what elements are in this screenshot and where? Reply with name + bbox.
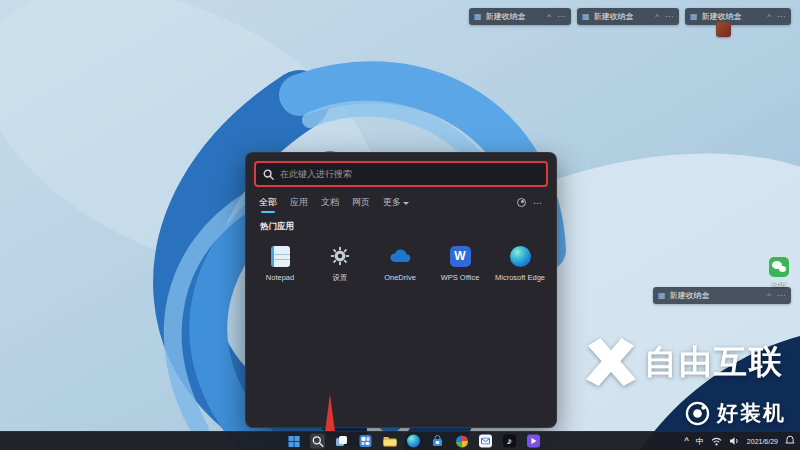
storage-box-icon: ▦: [582, 13, 590, 21]
app-label: 设置: [333, 273, 348, 283]
ime-indicator[interactable]: 中: [696, 436, 704, 447]
edge-button[interactable]: [406, 434, 421, 449]
search-icon: [263, 169, 274, 180]
app-label: WPS Office: [441, 273, 480, 282]
storage-box-title: 新建收纳盒: [670, 290, 763, 301]
storage-box-bar[interactable]: ▦ 新建收纳盒 ^ ⋯: [577, 8, 679, 25]
store-button[interactable]: [430, 434, 445, 449]
more-icon[interactable]: ⋯: [776, 13, 786, 21]
collapse-icon[interactable]: ^: [654, 13, 660, 21]
app-label: OneDrive: [384, 273, 416, 282]
x-logo-icon: [586, 338, 636, 386]
storage-box-icon: ▦: [474, 13, 482, 21]
system-tray: ^ 中 2021/6/29: [684, 432, 795, 450]
task-view-icon: [335, 435, 348, 448]
app-tile-edge[interactable]: Microsoft Edge: [490, 239, 550, 289]
collapse-icon[interactable]: ^: [546, 13, 552, 21]
mail-button[interactable]: [478, 434, 493, 449]
notification-bell-icon[interactable]: [785, 432, 795, 450]
store-icon: [431, 435, 444, 448]
widgets-button[interactable]: [358, 434, 373, 449]
tiktok-icon: ♪: [503, 435, 516, 448]
watermark-haozhuangji: 好装机: [685, 399, 786, 427]
storage-box-icon: ▦: [690, 13, 698, 21]
tab-more[interactable]: 更多: [383, 196, 409, 209]
collapse-icon[interactable]: ^: [766, 292, 772, 300]
storage-box-icon: ▦: [658, 292, 666, 300]
annotation-arrow: [322, 394, 338, 432]
edge-icon: [510, 246, 531, 267]
app-tile-notepad[interactable]: Notepad: [250, 239, 310, 289]
search-box-highlighted[interactable]: [254, 161, 548, 187]
tiktok-button[interactable]: ♪: [502, 434, 517, 449]
app-shortcut-icon[interactable]: [716, 22, 731, 37]
user-avatar-icon[interactable]: [517, 198, 526, 207]
collapse-icon[interactable]: ^: [766, 13, 772, 21]
tab-more-label: 更多: [383, 196, 401, 209]
watermark-text: 好装机: [717, 399, 786, 427]
search-panel: 全部 应用 文档 网页 更多 ⋯ 热门应用 Notepad: [245, 152, 557, 428]
storage-box-bar[interactable]: ▦ 新建收纳盒 ^ ⋯: [685, 8, 791, 25]
desktop-shortcut-label: 微信: [760, 279, 798, 289]
haozhuangji-logo-icon: [685, 401, 710, 426]
desktop-shortcut[interactable]: 微信: [760, 257, 798, 289]
tab-all[interactable]: 全部: [259, 196, 277, 209]
storage-box-title: 新建收纳盒: [702, 11, 763, 22]
notepad-icon: [271, 246, 290, 267]
chevron-down-icon: [403, 202, 409, 205]
task-view-button[interactable]: [334, 434, 349, 449]
start-button[interactable]: [286, 434, 301, 449]
app-tile-onedrive[interactable]: OneDrive: [370, 239, 430, 289]
widgets-icon: [359, 435, 372, 448]
clock-date[interactable]: 2021/6/29: [747, 438, 778, 445]
app-tile-wps-office[interactable]: W WPS Office: [430, 239, 490, 289]
file-explorer-icon: [383, 435, 397, 447]
tab-web[interactable]: 网页: [352, 196, 370, 209]
app-label: Microsoft Edge: [495, 273, 545, 282]
photos-icon: [456, 435, 468, 447]
file-explorer-button[interactable]: [382, 434, 397, 449]
app-label: Notepad: [266, 273, 294, 282]
mail-icon: [479, 435, 492, 448]
storage-box-bar[interactable]: ▦ 新建收纳盒 ^ ⋯: [653, 287, 791, 304]
more-icon[interactable]: ⋯: [776, 292, 786, 300]
photos-button[interactable]: [454, 434, 469, 449]
taskbar-pinned-icons: ♪: [286, 434, 541, 449]
windows-logo-icon: [288, 435, 300, 447]
storage-box-bar[interactable]: ▦ 新建收纳盒 ^ ⋯: [469, 8, 571, 25]
app-tile-settings[interactable]: 设置: [310, 239, 370, 289]
more-icon[interactable]: ⋯: [556, 13, 566, 21]
options-icon[interactable]: ⋯: [533, 198, 543, 208]
taskbar-search-button[interactable]: [310, 434, 325, 449]
storage-box-title: 新建收纳盒: [486, 11, 543, 22]
tab-documents[interactable]: 文档: [321, 196, 339, 209]
tab-apps[interactable]: 应用: [290, 196, 308, 209]
wps-office-icon: W: [450, 246, 471, 267]
onedrive-icon: [389, 245, 411, 267]
search-input[interactable]: [280, 169, 539, 179]
section-title-top-apps: 热门应用: [246, 209, 556, 237]
watermark-ziyouhulian: 自由互联: [586, 338, 784, 386]
volume-icon[interactable]: [729, 432, 740, 450]
edge-icon: [407, 435, 420, 448]
hidden-icons-chevron-icon[interactable]: ^: [684, 437, 689, 445]
search-tabs: 全部 应用 文档 网页 更多 ⋯: [246, 187, 556, 209]
video-app-icon: [527, 435, 540, 448]
top-apps-grid: Notepad: [246, 237, 556, 289]
desktop: ▦ 新建收纳盒 ^ ⋯ ▦ 新建收纳盒 ^ ⋯ ▦ 新建收纳盒 ^ ⋯ ▦ 新建…: [0, 0, 800, 450]
network-icon[interactable]: [711, 432, 722, 450]
watermark-text: 自由互联: [644, 340, 784, 385]
wechat-icon: [769, 257, 789, 277]
search-icon: [312, 435, 324, 447]
more-icon[interactable]: ⋯: [664, 13, 674, 21]
video-app-button[interactable]: [526, 434, 541, 449]
taskbar: ♪ ^ 中 2021/6/29: [0, 431, 800, 450]
settings-gear-icon: [329, 245, 351, 267]
storage-box-title: 新建收纳盒: [594, 11, 651, 22]
